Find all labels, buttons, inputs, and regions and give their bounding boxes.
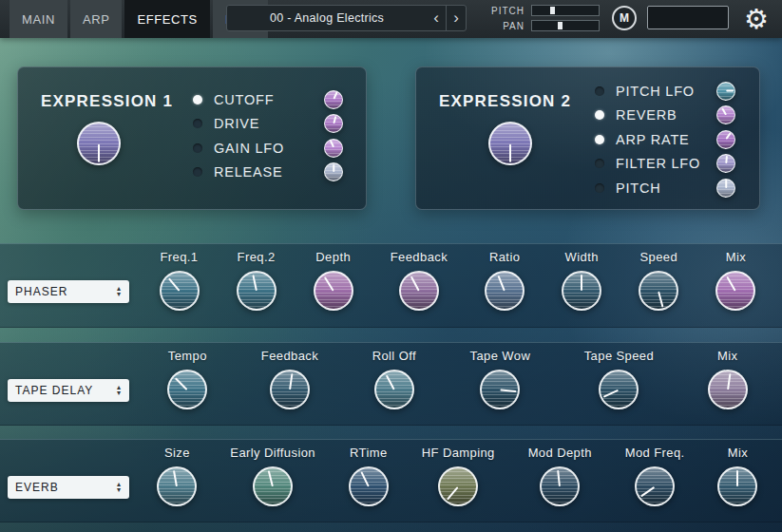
knob-needle — [726, 90, 734, 92]
everb-knobs: SizeEarly DiffusionRTimeHF DampingMod De… — [141, 446, 774, 506]
mono-button[interactable]: M — [612, 6, 637, 30]
drive-amount-knob[interactable] — [324, 114, 343, 133]
tape-delay-param-feedback: Feedback — [261, 349, 318, 409]
effect-selector-label: PHASER — [15, 285, 67, 298]
target-active-dot[interactable] — [193, 119, 202, 128]
pitch-slider[interactable] — [531, 5, 600, 16]
pitch-slider-handle[interactable] — [550, 7, 555, 14]
tape-speed-knob[interactable] — [599, 370, 639, 409]
tape-delay-knobs: TempoFeedbackRoll OffTape WowTape SpeedM… — [141, 349, 774, 409]
preset-arrows: ‹ › — [427, 6, 466, 30]
reverb-amount-knob[interactable] — [716, 105, 735, 124]
depth-knob[interactable] — [314, 271, 353, 311]
expression-1-knob[interactable] — [77, 122, 121, 165]
knob-needle — [268, 470, 274, 486]
knob-label: Roll Off — [372, 349, 416, 363]
knob-label: Speed — [640, 250, 678, 264]
ratio-knob[interactable] — [485, 271, 525, 311]
phaser-row: PHASER ▴▾ Freq.1Freq.2DepthFeedbackRatio… — [0, 243, 782, 328]
pitch-lfo-amount-knob[interactable] — [716, 82, 735, 101]
tape-delay-effect-selector[interactable]: TAPE DELAY ▴▾ — [8, 379, 129, 402]
tape-delay-param-mix: Mix — [708, 349, 748, 409]
freq-1-knob[interactable] — [160, 271, 200, 311]
feedback-knob[interactable] — [399, 271, 439, 311]
tempo-knob[interactable] — [167, 370, 207, 409]
target-active-dot[interactable] — [193, 167, 202, 177]
cutoff-amount-knob[interactable] — [324, 90, 343, 109]
pan-label: PAN — [486, 21, 525, 31]
pan-slider-handle[interactable] — [558, 22, 563, 29]
phaser-effect-selector[interactable]: PHASER ▴▾ — [8, 280, 129, 303]
tab-effects[interactable]: EFFECTS — [124, 0, 209, 38]
knob-needle — [289, 373, 293, 390]
early-diffusion-knob[interactable] — [253, 466, 293, 506]
expression-target-arp-rate[interactable]: ARP RATE — [595, 127, 735, 152]
pan-slider[interactable] — [531, 20, 600, 31]
settings-gear-icon[interactable]: ⚙ — [744, 3, 769, 35]
tape-delay-param-tape-speed: Tape Speed — [584, 349, 654, 409]
arp-rate-amount-knob[interactable] — [716, 130, 735, 149]
everb-param-mod-freq: Mod Freq. — [625, 446, 685, 506]
size-knob[interactable] — [157, 466, 197, 506]
preset-prev-button[interactable]: ‹ — [427, 6, 446, 30]
target-active-dot[interactable] — [595, 159, 604, 168]
tab-main[interactable]: MAIN — [10, 0, 67, 38]
target-active-dot[interactable] — [595, 183, 604, 193]
freq-2-knob[interactable] — [237, 271, 277, 311]
expression-target-pitch-lfo[interactable]: PITCH LFO — [595, 79, 735, 104]
knob-needle — [333, 116, 336, 124]
expression-target-pitch[interactable]: PITCH — [595, 176, 735, 200]
knob-needle — [498, 275, 505, 291]
mix-knob[interactable] — [717, 466, 757, 506]
phaser-param-ratio: Ratio — [485, 250, 525, 311]
expression-target-drive[interactable]: DRIVE — [193, 112, 343, 137]
target-active-dot[interactable] — [595, 135, 604, 144]
target-active-dot[interactable] — [193, 95, 202, 104]
expression-target-reverb[interactable]: REVERB — [595, 104, 735, 128]
gain-lfo-amount-knob[interactable] — [324, 139, 343, 158]
target-label: GAIN LFO — [214, 141, 324, 156]
everb-effect-selector[interactable]: EVERB ▴▾ — [8, 476, 129, 499]
target-active-dot[interactable] — [193, 143, 202, 153]
preset-selector[interactable]: 00 - Analog Electrics ‹ › — [226, 5, 467, 31]
speed-knob[interactable] — [639, 271, 678, 311]
width-knob[interactable] — [562, 271, 601, 311]
target-label: REVERB — [616, 107, 716, 123]
knob-needle — [330, 141, 334, 148]
mix-knob[interactable] — [715, 271, 755, 311]
tape-wow-knob[interactable] — [480, 370, 520, 409]
expression-target-cutoff[interactable]: CUTOFF — [193, 87, 343, 112]
effect-selector-label: EVERB — [15, 481, 59, 494]
rtime-knob[interactable] — [349, 466, 389, 506]
hf-damping-knob[interactable] — [438, 466, 478, 506]
knob-label: Freq.2 — [238, 250, 276, 264]
knob-label: RTime — [350, 446, 388, 460]
expression-target-gain-lfo[interactable]: GAIN LFO — [193, 136, 343, 161]
mod-freq-knob[interactable] — [635, 466, 675, 506]
roll-off-knob[interactable] — [374, 370, 414, 409]
expression-target-release[interactable]: RELEASE — [193, 161, 343, 185]
expression-2-knob[interactable] — [488, 122, 532, 165]
knob-needle — [581, 275, 582, 291]
knob-label: Freq.1 — [161, 250, 199, 264]
knob-needle — [509, 143, 511, 162]
pitch-pan-group: PITCH PAN — [486, 5, 600, 31]
knob-label: Depth — [315, 250, 351, 264]
expression-target-filter-lfo[interactable]: FILTER LFO — [595, 152, 735, 177]
tab-arp[interactable]: ARP — [70, 0, 123, 38]
phaser-param-width: Width — [562, 250, 601, 311]
knob-needle — [386, 374, 395, 390]
feedback-knob[interactable] — [270, 370, 310, 409]
target-active-dot[interactable] — [595, 86, 604, 96]
expression-2-targets: PITCH LFOREVERBARP RATEFILTER LFOPITCH — [595, 79, 735, 200]
release-amount-knob[interactable] — [324, 162, 343, 181]
selector-updown-arrows-icon: ▴▾ — [117, 482, 122, 493]
filter-lfo-amount-knob[interactable] — [716, 154, 735, 173]
target-active-dot[interactable] — [595, 110, 604, 120]
pitch-amount-knob[interactable] — [716, 179, 735, 198]
knob-needle — [168, 277, 181, 292]
mix-knob[interactable] — [708, 370, 748, 409]
knob-label: Mod Depth — [528, 446, 592, 460]
preset-next-button[interactable]: › — [447, 6, 466, 30]
mod-depth-knob[interactable] — [540, 466, 580, 506]
